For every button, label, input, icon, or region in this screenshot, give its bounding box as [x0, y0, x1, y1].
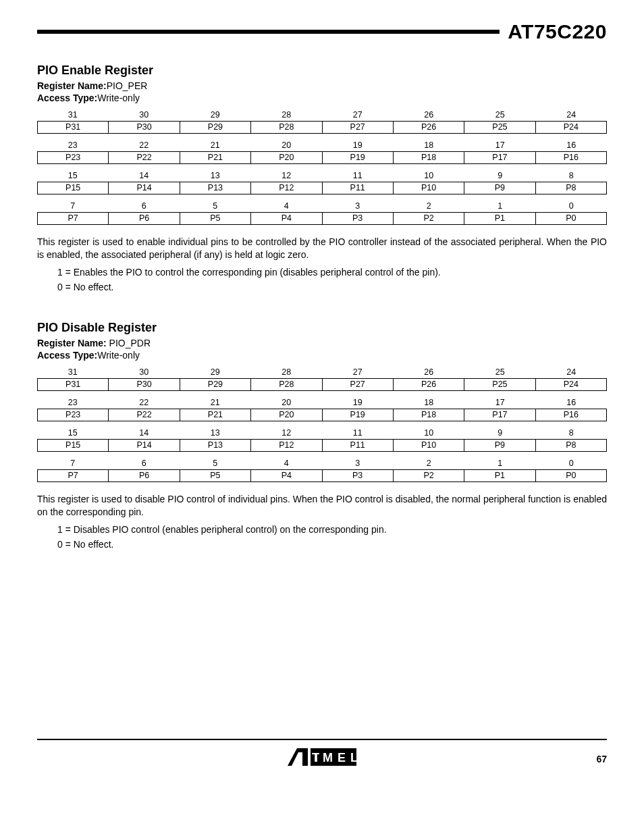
bit-number-row: 15 14 13 12 11 10 9 8 [37, 170, 607, 182]
bit-name: P10 [394, 440, 464, 451]
bit-name: P28 [251, 379, 322, 390]
access-type-label: Access Type: [37, 93, 97, 103]
bit-number: 23 [37, 139, 109, 151]
bit-name-row: P31 P30 P29 P28 P27 P26 P25 P24 [37, 121, 607, 134]
bit-number: 29 [180, 366, 251, 378]
bit-name: P27 [323, 379, 394, 390]
bit-name: P5 [180, 213, 251, 224]
bit-name: P14 [109, 182, 180, 194]
bit-name: P11 [323, 440, 394, 451]
section-description: This register is used to disable PIO con… [37, 493, 607, 519]
bit-name: P9 [464, 440, 535, 451]
bit-name: P30 [109, 379, 180, 390]
bit-number: 9 [464, 427, 536, 439]
bit-number: 3 [322, 457, 394, 469]
bit-number: 5 [180, 457, 251, 469]
bit-name: P11 [323, 182, 394, 194]
bit-number: 26 [394, 366, 465, 378]
bit-name: P26 [394, 379, 464, 390]
header-bar [37, 30, 500, 34]
bit-number: 19 [322, 139, 394, 151]
bit-desc-zero: 0 = No effect. [57, 539, 607, 550]
register-name-line: Register Name:PIO_PER [37, 80, 607, 91]
bit-number: 20 [251, 139, 323, 151]
register-name-value: PIO_PDR [109, 338, 151, 348]
bit-name: P13 [180, 440, 251, 451]
bit-name: P2 [394, 470, 464, 481]
svg-text:I M E L: I M E L [315, 751, 358, 764]
bit-name: P31 [37, 122, 109, 133]
bit-number: 24 [536, 366, 608, 378]
page-number: 67 [596, 754, 607, 764]
bit-name: P27 [323, 122, 394, 133]
bit-number: 27 [322, 366, 394, 378]
bit-name: P25 [464, 379, 535, 390]
bit-name: P17 [464, 152, 535, 163]
access-type-line: Access Type:Write-only [37, 93, 607, 103]
bit-number-row: 7 6 5 4 3 2 1 0 [37, 457, 607, 469]
bit-name: P29 [180, 122, 251, 133]
bit-name: P17 [464, 409, 535, 421]
bit-name: P30 [109, 122, 180, 133]
bit-number: 0 [536, 200, 608, 212]
bit-number: 16 [536, 396, 608, 409]
bit-name: P12 [251, 440, 322, 451]
bit-name: P5 [180, 470, 251, 481]
bit-number: 30 [109, 109, 180, 121]
bit-name: P22 [109, 152, 180, 163]
bit-name: P16 [536, 152, 607, 163]
bit-name: P19 [323, 409, 394, 421]
bit-number: 27 [322, 109, 394, 121]
bit-number: 4 [251, 457, 323, 469]
access-type-value: Write-only [97, 93, 140, 103]
bit-number: 10 [394, 170, 465, 182]
bit-number: 13 [180, 170, 251, 182]
bit-name: P24 [536, 122, 607, 133]
bit-number: 13 [180, 427, 251, 439]
bit-number: 17 [464, 139, 536, 151]
register-name-label: Register Name: [37, 80, 107, 91]
bit-number: 0 [536, 457, 608, 469]
bit-name: P23 [37, 409, 109, 421]
bit-number: 25 [464, 366, 536, 378]
bit-number: 20 [251, 396, 323, 409]
bit-name-row: P7 P6 P5 P4 P3 P2 P1 P0 [37, 469, 607, 482]
bit-name-row: P15 P14 P13 P12 P11 P10 P9 P8 [37, 439, 607, 452]
bit-number: 22 [109, 396, 180, 409]
bit-number: 15 [37, 427, 109, 439]
bit-name: P9 [464, 182, 535, 194]
header-rule: AT75C220 [37, 20, 607, 43]
bit-desc-one: 1 = Enables the PIO to control the corre… [57, 267, 607, 278]
bit-number: 9 [464, 170, 536, 182]
atmel-logo-icon: I M E L T [285, 747, 359, 767]
bit-name: P4 [251, 470, 322, 481]
bit-name: P31 [37, 379, 109, 390]
bit-number: 21 [180, 396, 251, 409]
bit-number: 28 [251, 366, 323, 378]
access-type-line: Access Type:Write-only [37, 350, 607, 361]
bit-number: 10 [394, 427, 465, 439]
bit-name: P15 [37, 440, 109, 451]
bit-name-row: P7 P6 P5 P4 P3 P2 P1 P0 [37, 212, 607, 225]
page-footer: I M E L T 67 [37, 739, 607, 768]
bit-number-row: 31 30 29 28 27 26 25 24 [37, 109, 607, 121]
bit-number: 14 [109, 427, 180, 439]
bit-name: P4 [251, 213, 322, 224]
bit-number: 2 [394, 200, 465, 212]
bit-name: P14 [109, 440, 180, 451]
bit-name-row: P31 P30 P29 P28 P27 P26 P25 P24 [37, 378, 607, 391]
bit-name: P6 [109, 213, 180, 224]
bit-name: P3 [323, 213, 394, 224]
bit-number: 22 [109, 139, 180, 151]
bit-name: P18 [394, 152, 464, 163]
bit-name: P25 [464, 122, 535, 133]
bit-number-row: 15 14 13 12 11 10 9 8 [37, 427, 607, 439]
bit-name: P18 [394, 409, 464, 421]
bit-number: 16 [536, 139, 608, 151]
bit-name: P6 [109, 470, 180, 481]
section-title: PIO Enable Register [37, 63, 607, 78]
bit-name-row: P15 P14 P13 P12 P11 P10 P9 P8 [37, 182, 607, 194]
bit-number: 19 [322, 396, 394, 409]
bit-number: 4 [251, 200, 323, 212]
bit-number: 12 [251, 427, 323, 439]
